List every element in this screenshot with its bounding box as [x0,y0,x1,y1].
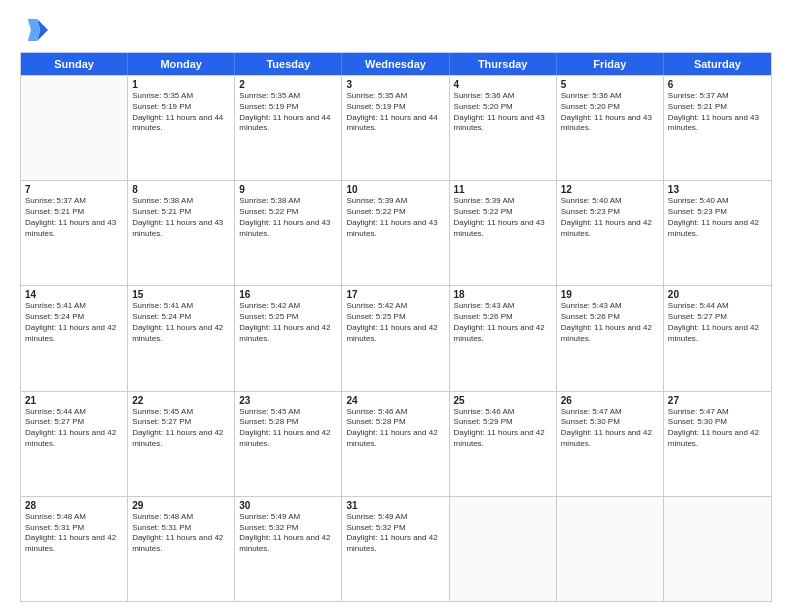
day-info: Sunrise: 5:48 AM Sunset: 5:31 PM Dayligh… [25,512,123,555]
day-info: Sunrise: 5:44 AM Sunset: 5:27 PM Dayligh… [668,301,767,344]
day-info: Sunrise: 5:49 AM Sunset: 5:32 PM Dayligh… [239,512,337,555]
day-info: Sunrise: 5:42 AM Sunset: 5:25 PM Dayligh… [239,301,337,344]
header-cell-friday: Friday [557,53,664,75]
day-cell-29: 29Sunrise: 5:48 AM Sunset: 5:31 PM Dayli… [128,497,235,601]
day-number: 9 [239,184,337,195]
day-cell-22: 22Sunrise: 5:45 AM Sunset: 5:27 PM Dayli… [128,392,235,496]
day-cell-10: 10Sunrise: 5:39 AM Sunset: 5:22 PM Dayli… [342,181,449,285]
day-cell-25: 25Sunrise: 5:46 AM Sunset: 5:29 PM Dayli… [450,392,557,496]
day-number: 29 [132,500,230,511]
day-info: Sunrise: 5:40 AM Sunset: 5:23 PM Dayligh… [668,196,767,239]
header-cell-saturday: Saturday [664,53,771,75]
week-row-5: 28Sunrise: 5:48 AM Sunset: 5:31 PM Dayli… [21,496,771,601]
day-cell-17: 17Sunrise: 5:42 AM Sunset: 5:25 PM Dayli… [342,286,449,390]
day-cell-16: 16Sunrise: 5:42 AM Sunset: 5:25 PM Dayli… [235,286,342,390]
day-number: 15 [132,289,230,300]
day-info: Sunrise: 5:43 AM Sunset: 5:26 PM Dayligh… [561,301,659,344]
empty-cell [450,497,557,601]
day-number: 30 [239,500,337,511]
day-info: Sunrise: 5:38 AM Sunset: 5:22 PM Dayligh… [239,196,337,239]
day-cell-12: 12Sunrise: 5:40 AM Sunset: 5:23 PM Dayli… [557,181,664,285]
day-number: 18 [454,289,552,300]
logo [20,16,52,44]
day-number: 12 [561,184,659,195]
day-cell-20: 20Sunrise: 5:44 AM Sunset: 5:27 PM Dayli… [664,286,771,390]
calendar-header: SundayMondayTuesdayWednesdayThursdayFrid… [21,53,771,75]
day-cell-7: 7Sunrise: 5:37 AM Sunset: 5:21 PM Daylig… [21,181,128,285]
day-number: 26 [561,395,659,406]
header-cell-tuesday: Tuesday [235,53,342,75]
day-cell-5: 5Sunrise: 5:36 AM Sunset: 5:20 PM Daylig… [557,76,664,180]
day-number: 14 [25,289,123,300]
day-number: 28 [25,500,123,511]
day-number: 7 [25,184,123,195]
day-cell-9: 9Sunrise: 5:38 AM Sunset: 5:22 PM Daylig… [235,181,342,285]
day-cell-15: 15Sunrise: 5:41 AM Sunset: 5:24 PM Dayli… [128,286,235,390]
empty-cell [664,497,771,601]
day-cell-28: 28Sunrise: 5:48 AM Sunset: 5:31 PM Dayli… [21,497,128,601]
day-number: 24 [346,395,444,406]
day-number: 16 [239,289,337,300]
week-row-2: 7Sunrise: 5:37 AM Sunset: 5:21 PM Daylig… [21,180,771,285]
week-row-1: 1Sunrise: 5:35 AM Sunset: 5:19 PM Daylig… [21,75,771,180]
day-cell-13: 13Sunrise: 5:40 AM Sunset: 5:23 PM Dayli… [664,181,771,285]
header [20,16,772,44]
day-number: 13 [668,184,767,195]
header-cell-sunday: Sunday [21,53,128,75]
day-number: 10 [346,184,444,195]
day-number: 1 [132,79,230,90]
day-cell-24: 24Sunrise: 5:46 AM Sunset: 5:28 PM Dayli… [342,392,449,496]
day-number: 21 [25,395,123,406]
day-info: Sunrise: 5:40 AM Sunset: 5:23 PM Dayligh… [561,196,659,239]
week-row-3: 14Sunrise: 5:41 AM Sunset: 5:24 PM Dayli… [21,285,771,390]
calendar: SundayMondayTuesdayWednesdayThursdayFrid… [20,52,772,602]
day-info: Sunrise: 5:35 AM Sunset: 5:19 PM Dayligh… [132,91,230,134]
day-number: 17 [346,289,444,300]
day-info: Sunrise: 5:35 AM Sunset: 5:19 PM Dayligh… [239,91,337,134]
day-number: 6 [668,79,767,90]
day-number: 20 [668,289,767,300]
week-row-4: 21Sunrise: 5:44 AM Sunset: 5:27 PM Dayli… [21,391,771,496]
day-info: Sunrise: 5:38 AM Sunset: 5:21 PM Dayligh… [132,196,230,239]
day-info: Sunrise: 5:42 AM Sunset: 5:25 PM Dayligh… [346,301,444,344]
day-info: Sunrise: 5:46 AM Sunset: 5:29 PM Dayligh… [454,407,552,450]
day-cell-21: 21Sunrise: 5:44 AM Sunset: 5:27 PM Dayli… [21,392,128,496]
day-info: Sunrise: 5:44 AM Sunset: 5:27 PM Dayligh… [25,407,123,450]
day-cell-11: 11Sunrise: 5:39 AM Sunset: 5:22 PM Dayli… [450,181,557,285]
day-cell-2: 2Sunrise: 5:35 AM Sunset: 5:19 PM Daylig… [235,76,342,180]
day-number: 11 [454,184,552,195]
day-info: Sunrise: 5:36 AM Sunset: 5:20 PM Dayligh… [561,91,659,134]
day-info: Sunrise: 5:37 AM Sunset: 5:21 PM Dayligh… [25,196,123,239]
day-number: 27 [668,395,767,406]
day-cell-30: 30Sunrise: 5:49 AM Sunset: 5:32 PM Dayli… [235,497,342,601]
day-number: 31 [346,500,444,511]
day-number: 3 [346,79,444,90]
day-number: 25 [454,395,552,406]
day-number: 22 [132,395,230,406]
day-info: Sunrise: 5:36 AM Sunset: 5:20 PM Dayligh… [454,91,552,134]
day-info: Sunrise: 5:37 AM Sunset: 5:21 PM Dayligh… [668,91,767,134]
day-info: Sunrise: 5:35 AM Sunset: 5:19 PM Dayligh… [346,91,444,134]
empty-cell [21,76,128,180]
day-info: Sunrise: 5:49 AM Sunset: 5:32 PM Dayligh… [346,512,444,555]
day-info: Sunrise: 5:48 AM Sunset: 5:31 PM Dayligh… [132,512,230,555]
day-cell-19: 19Sunrise: 5:43 AM Sunset: 5:26 PM Dayli… [557,286,664,390]
day-info: Sunrise: 5:39 AM Sunset: 5:22 PM Dayligh… [346,196,444,239]
day-cell-6: 6Sunrise: 5:37 AM Sunset: 5:21 PM Daylig… [664,76,771,180]
day-number: 2 [239,79,337,90]
day-number: 5 [561,79,659,90]
day-info: Sunrise: 5:47 AM Sunset: 5:30 PM Dayligh… [561,407,659,450]
day-cell-3: 3Sunrise: 5:35 AM Sunset: 5:19 PM Daylig… [342,76,449,180]
day-info: Sunrise: 5:43 AM Sunset: 5:26 PM Dayligh… [454,301,552,344]
day-info: Sunrise: 5:47 AM Sunset: 5:30 PM Dayligh… [668,407,767,450]
logo-icon [20,16,48,44]
day-cell-27: 27Sunrise: 5:47 AM Sunset: 5:30 PM Dayli… [664,392,771,496]
day-cell-4: 4Sunrise: 5:36 AM Sunset: 5:20 PM Daylig… [450,76,557,180]
day-info: Sunrise: 5:39 AM Sunset: 5:22 PM Dayligh… [454,196,552,239]
day-info: Sunrise: 5:45 AM Sunset: 5:28 PM Dayligh… [239,407,337,450]
day-cell-14: 14Sunrise: 5:41 AM Sunset: 5:24 PM Dayli… [21,286,128,390]
header-cell-monday: Monday [128,53,235,75]
day-number: 8 [132,184,230,195]
header-cell-thursday: Thursday [450,53,557,75]
day-cell-18: 18Sunrise: 5:43 AM Sunset: 5:26 PM Dayli… [450,286,557,390]
